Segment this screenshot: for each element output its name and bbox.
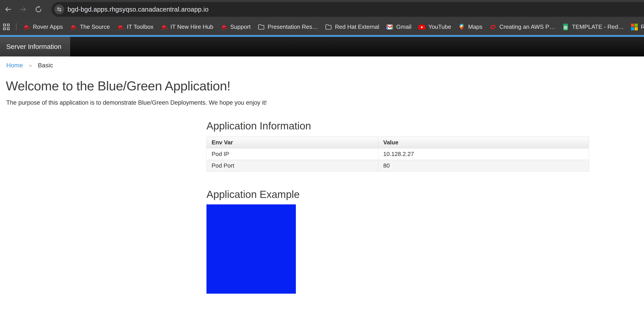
- gmail-icon: [386, 23, 394, 31]
- bookmark-maps[interactable]: Maps: [458, 23, 482, 31]
- bookmark-creating-an-aws[interactable]: Creating an AWS P…: [489, 23, 555, 31]
- redhat-fedora-icon: [70, 23, 77, 31]
- redhat-fedora-icon: [160, 23, 168, 31]
- redhat-fedora-icon: [22, 23, 30, 31]
- table-header-row: Env Var Value: [207, 137, 589, 148]
- cell-pod-ip-label: Pod IP: [207, 148, 378, 160]
- breadcrumb: Home » Basic: [0, 56, 644, 69]
- bookmark-rover-apps[interactable]: Rover Apps: [22, 23, 63, 31]
- google-maps-icon: [458, 23, 466, 31]
- page-subtitle: The purpose of this application is to de…: [6, 99, 644, 106]
- app-navbar: Server Information: [0, 37, 644, 56]
- url-text: bgd-bgd.apps.rhgsyqso.canadacentral.aroa…: [68, 6, 208, 13]
- bookmark-label: Support: [230, 23, 251, 30]
- deployment-color-box: [206, 204, 296, 294]
- redhat-fedora-icon: [117, 23, 124, 31]
- accent-divider-line: [0, 35, 644, 37]
- application-information-table: Env Var Value Pod IP 10.128.2.27 Pod Por…: [206, 137, 589, 171]
- reload-icon: [34, 5, 42, 13]
- apps-grid-icon[interactable]: [3, 24, 10, 30]
- bookmark-run[interactable]: Run: [630, 23, 644, 31]
- bookmark-label: Gmail: [396, 23, 412, 30]
- browser-toolbar: bgd-bgd.apps.rhgsyqso.canadacentral.aroa…: [0, 0, 644, 19]
- bookmark-label: Presentation Res…: [268, 23, 318, 30]
- cell-pod-port-value: 80: [378, 160, 589, 171]
- bookmark-label: TEMPLATE - Red…: [572, 23, 624, 30]
- application-example-heading: Application Example: [206, 188, 589, 200]
- openshift-icon: [489, 23, 497, 31]
- page-content: Home » Basic Welcome to the Blue/Green A…: [0, 56, 644, 294]
- bookmark-youtube[interactable]: YouTube: [418, 23, 451, 31]
- table-row-pod-ip: Pod IP 10.128.2.27: [207, 148, 589, 160]
- forward-arrow-icon: [19, 5, 27, 13]
- bookmark-label: Run: [641, 23, 644, 30]
- table-row-pod-port: Pod Port 80: [207, 160, 589, 171]
- bookmark-template-sheet[interactable]: TEMPLATE - Red…: [562, 23, 624, 31]
- bookmark-it-new-hire-hub[interactable]: IT New Hire Hub: [160, 23, 214, 31]
- bookmark-label: The Source: [80, 23, 110, 30]
- breadcrumb-current: Basic: [38, 62, 53, 69]
- breadcrumb-home-link[interactable]: Home: [6, 62, 23, 69]
- column-header-value: Value: [378, 137, 589, 148]
- reload-button[interactable]: [34, 4, 43, 14]
- bookmark-support[interactable]: Support: [220, 23, 251, 31]
- youtube-icon: [418, 23, 426, 31]
- bookmark-red-hat-external[interactable]: Red Hat External: [325, 23, 379, 31]
- cell-pod-port-label: Pod Port: [207, 160, 378, 171]
- bookmark-label: Maps: [468, 23, 482, 30]
- folder-icon: [258, 23, 265, 31]
- back-arrow-icon: [4, 5, 12, 13]
- application-information-heading: Application Information: [206, 120, 589, 132]
- tab-server-information[interactable]: Server Information: [0, 37, 70, 56]
- back-button[interactable]: [3, 4, 13, 14]
- bookmark-label: Creating an AWS P…: [500, 23, 555, 30]
- breadcrumb-separator: »: [29, 62, 32, 69]
- bookmarks-divider: [16, 23, 16, 31]
- url-bar[interactable]: bgd-bgd.apps.rhgsyqso.canadacentral.aroa…: [52, 2, 644, 17]
- site-settings-button[interactable]: [54, 4, 64, 14]
- forward-button[interactable]: [18, 4, 28, 14]
- column-header-env-var: Env Var: [207, 137, 378, 148]
- bookmark-label: Red Hat External: [335, 23, 379, 30]
- bookmark-label: YouTube: [428, 23, 451, 30]
- microsoft-icon: [630, 23, 638, 31]
- bookmark-label: IT New Hire Hub: [170, 23, 214, 30]
- site-settings-tune-icon: [56, 6, 62, 12]
- bookmark-label: IT Toolbox: [127, 23, 154, 30]
- bookmark-presentation-resources[interactable]: Presentation Res…: [258, 23, 318, 31]
- redhat-fedora-icon: [220, 23, 228, 31]
- bookmark-the-source[interactable]: The Source: [70, 23, 110, 31]
- folder-icon: [325, 23, 332, 31]
- page-title: Welcome to the Blue/Green Application!: [6, 79, 644, 93]
- cell-pod-ip-value: 10.128.2.27: [378, 148, 589, 160]
- google-sheets-icon: [562, 23, 569, 31]
- bookmark-label: Rover Apps: [33, 23, 63, 30]
- bookmark-it-toolbox[interactable]: IT Toolbox: [117, 23, 154, 31]
- app-column: Application Information Env Var Value Po…: [206, 120, 589, 294]
- bookmarks-bar: Rover Apps The Source IT Toolbox IT New …: [0, 19, 644, 35]
- bookmark-gmail[interactable]: Gmail: [386, 23, 412, 31]
- tab-label: Server Information: [6, 43, 62, 50]
